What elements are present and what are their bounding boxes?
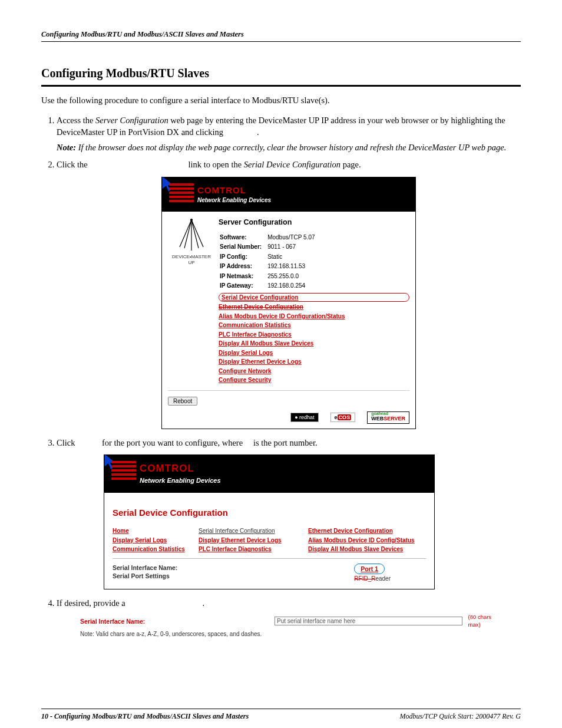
row-ipaddr-label: IP Address: [220,262,266,271]
serial-interface-name-label: Serial Interface Name: [113,564,177,572]
port-row: Serial Interface Name: Serial Port Setti… [113,564,426,583]
step-2: Click the Serial Device Configuration li… [57,159,521,429]
link-all-modbus-slaves2[interactable]: Display All Modbus Slave Devices [308,545,426,554]
reader-text: eader [375,575,391,582]
running-header: Configuring Modbus/RTU and Modbus/ASCII … [41,29,521,42]
page-footer: 10 - Configuring Modbus/RTU and Modbus/A… [41,709,521,721]
comtrol-bars-icon [111,461,136,482]
step3-pre: Click [57,438,77,447]
server-config-title: Server Configuration [219,218,409,228]
procedure-list: Access the Server Configuration web page… [41,115,521,638]
link-ethernet-device-config[interactable]: Ethernet Device Configuration [219,303,409,311]
step1-em: Server Configuration [95,116,168,125]
note-label: Note: [57,143,76,152]
sif-valid-chars-note: Note: Valid chars are a-z, A-Z, 0-9, und… [80,630,504,638]
row-serial-label: Serial Number: [220,243,266,252]
step3-gap2: N [245,438,251,447]
step2-gap1: Serial Device Configuration [90,160,186,169]
step4-post: . [203,598,205,608]
step4-gap: Serial Interface Name [127,598,202,608]
link-ethernet-logs[interactable]: Display Ethernet Device Logs [219,358,409,366]
row-ipconfig-label: IP Config: [220,253,266,262]
step1-gap: Webpage [225,127,257,137]
fig1-links: Serial Device Configuration Ethernet Dev… [219,293,409,384]
row-netmask-label: IP Netmask: [220,272,266,281]
sif-input[interactable] [275,617,462,625]
link-comm-stats2[interactable]: Communication Statistics [113,545,195,554]
footer-right: : 2000477 Rev. G [471,712,521,720]
link-disp-eth-logs[interactable]: Display Ethernet Device Logs [199,536,305,545]
comtrol-logo: COMTROL [197,185,246,196]
row-gateway-value: 192.168.0.254 [267,282,319,291]
footer-left: Configuring Modbus/RTU and Modbus/ASCII … [54,712,249,720]
link-serial-device-config[interactable]: Serial Device Configuration [219,293,409,302]
step2-em: Serial Device Configuration [244,160,340,169]
server-info-table: Software:Modbus/TCP 5.07 Serial Number:9… [219,232,321,292]
port-link-block: Port 1 RFID_Reader [354,564,391,583]
fig1-banner: COMTROL Network Enabling Devices [162,177,415,212]
redhat-logo: ● redhat [290,413,318,422]
dm-label: DEVICE•MASTER [168,254,215,261]
step4-pre: If desired, provide a [57,598,127,608]
comtrol-tagline: Network Enabling Devices [140,476,221,485]
step1-tail: . [257,127,259,137]
step-4: If desired, provide a Serial Interface N… [57,598,521,638]
comtrol-tagline: Network Enabling Devices [197,196,271,205]
link-configure-security[interactable]: Configure Security [219,376,409,384]
figure-2: COMTROL Network Enabling Devices Serial … [104,454,521,589]
serial-interface-name-inset: Serial Interface Name: (80 chars max) No… [80,614,504,638]
step3-mid: for the port you want to configure, wher… [100,438,244,447]
figure-1: COMTROL Network Enabling Devices DEVICE•… [57,177,521,429]
devicemaster-icon [174,218,209,253]
svg-point-1 [191,219,193,220]
section-heading: Configuring Modbus/RTU Slaves [41,65,521,81]
link-alias-modbus[interactable]: Alias Modbus Device ID Configuration/Sta… [219,312,409,321]
step-3: Click Port N for the port you want to co… [57,437,521,589]
step1-pre: Access the [57,116,95,125]
fig1-footer-logos: ● redhat eCOS goaheadWEBSERVER [162,409,415,429]
link-plc-diag2[interactable]: PLC Interface Diagnostics [199,545,305,554]
row-gateway-label: IP Gateway: [220,282,266,291]
step2-pre: Click the [57,160,90,169]
link-alias-modbus-status[interactable]: Alias Modbus Device ID Config/Status [308,536,426,545]
comtrol-logo: COMTROL [140,462,194,476]
row-ipaddr-value: 192.168.11.53 [267,262,319,271]
sif-max: (80 chars max) [468,614,504,629]
port-1-link[interactable]: Port 1 [354,564,385,574]
link-disp-serial-logs[interactable]: Display Serial Logs [113,536,195,545]
sif-label: Serial Interface Name: [80,617,269,625]
step3-post: is the port number. [251,438,317,447]
row-ipconfig-value: Static [267,253,319,262]
link-configure-network[interactable]: Configure Network [219,367,409,375]
link-home[interactable]: Home [113,527,195,535]
dm-sub: UP [168,260,215,266]
link-all-modbus-slaves[interactable]: Display All Modbus Slave Devices [219,340,409,348]
footer-pagenum: 10 - [41,712,54,720]
row-serial-value: 9011 - 067 [267,243,319,252]
step1-note: Note: If the browser does not display th… [57,142,521,154]
link-comm-stats[interactable]: Communication Statistics [219,321,409,330]
note-body: If the browser does not display the web … [78,143,507,152]
reboot-button[interactable]: Reboot [168,397,197,406]
link-plc-diag[interactable]: PLC Interface Diagnostics [219,331,409,339]
step-1: Access the Server Configuration web page… [57,115,521,153]
rfid-struck: RFID_R [354,575,375,583]
step2-post: page. [340,160,361,169]
row-software-value: Modbus/TCP 5.07 [267,233,319,242]
serial-device-config-title: Serial Device Configuration [113,507,426,519]
link-eth-device-config[interactable]: Ethernet Device Configuration [308,527,426,535]
link-serial-iface-config[interactable]: Serial Interface Configuration [199,527,305,535]
section-rule [41,85,521,87]
row-software-label: Software: [220,233,266,242]
fig2-link-grid: Home Serial Interface Configuration Ethe… [113,527,426,554]
step2-mid: link to open the [186,160,244,169]
footer-right-em: Modbus/TCP Quick Start [399,712,471,720]
intro-paragraph: Use the following procedure to configure… [41,95,521,107]
webserver-logo: goaheadWEBSERVER [367,411,409,424]
ecos-logo: eCOS [330,413,356,422]
serial-port-settings-label: Serial Port Settings [113,572,177,580]
comtrol-bars-icon [169,183,194,205]
devicemaster-logo: DEVICE•MASTER UP [168,218,215,386]
link-serial-logs[interactable]: Display Serial Logs [219,349,409,357]
step3-gap1: Port N [77,438,100,447]
